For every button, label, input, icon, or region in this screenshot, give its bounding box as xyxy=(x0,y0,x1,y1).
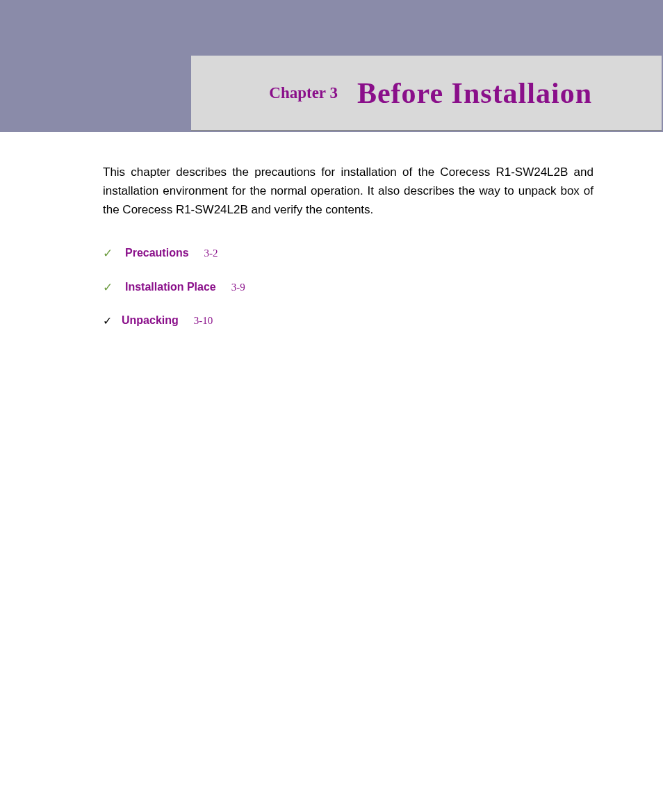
check-icon: ✓ xyxy=(103,246,115,261)
toc-item: ✓ Precautions 3-2 xyxy=(103,246,594,261)
toc-page: 3-2 xyxy=(204,247,218,259)
toc-item: ✓ Unpacking 3-10 xyxy=(103,314,594,327)
toc-list: ✓ Precautions 3-2 ✓ Installation Place 3… xyxy=(103,246,594,327)
toc-page: 3-10 xyxy=(194,315,213,327)
chapter-title: Before Installaion xyxy=(357,76,592,110)
check-icon: ✓ xyxy=(103,314,112,327)
toc-label: Precautions xyxy=(125,247,189,259)
chapter-title-box: Chapter 3 Before Installaion xyxy=(191,56,662,131)
header-banner: Chapter 3 Before Installaion xyxy=(0,0,663,132)
chapter-label: Chapter 3 xyxy=(269,84,338,102)
toc-page: 3-9 xyxy=(231,282,245,293)
toc-label: Unpacking xyxy=(122,314,179,327)
content-area: This chapter describes the precautions f… xyxy=(0,132,663,327)
toc-item: ✓ Installation Place 3-9 xyxy=(103,280,594,295)
intro-paragraph: This chapter describes the precautions f… xyxy=(103,163,594,220)
check-icon: ✓ xyxy=(103,280,115,295)
toc-label: Installation Place xyxy=(125,281,216,293)
